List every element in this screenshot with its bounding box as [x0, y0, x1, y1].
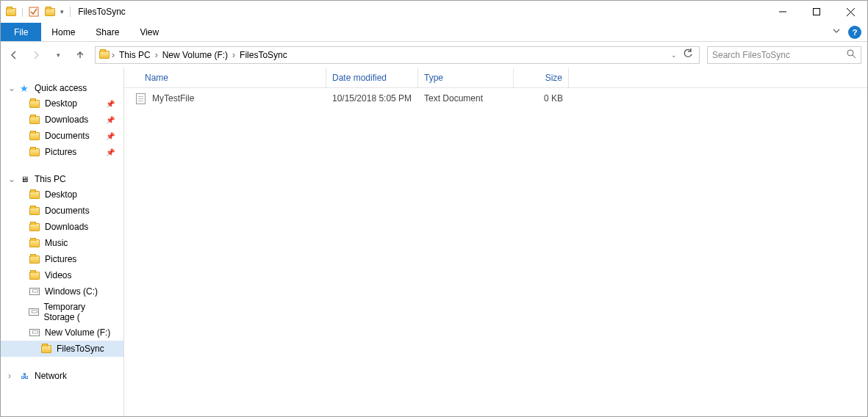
- search-input[interactable]: Search FilesToSync: [707, 46, 861, 64]
- tab-view[interactable]: View: [129, 23, 169, 41]
- navigation-pane: Quick access Desktop📌 Downloads📌 Documen…: [1, 68, 124, 416]
- file-size: 0 KB: [514, 93, 569, 104]
- maximize-button[interactable]: [800, 1, 833, 23]
- column-headers: Name Date modified Type Size: [124, 68, 867, 88]
- column-name[interactable]: Name: [124, 68, 326, 87]
- file-row[interactable]: MyTestFile 10/15/2018 5:05 PM Text Docum…: [124, 88, 867, 106]
- svg-rect-0: [29, 7, 38, 16]
- column-size[interactable]: Size: [514, 68, 569, 87]
- sidebar-item-filestosync[interactable]: FilesToSync: [1, 341, 123, 357]
- sidebar-item-documents2[interactable]: Documents: [1, 203, 123, 219]
- address-bar[interactable]: › This PC › New Volume (F:) › FilesToSyn…: [95, 46, 700, 64]
- qat-dropdown-icon[interactable]: ▾: [60, 8, 64, 15]
- chevron-right-icon[interactable]: ›: [155, 50, 158, 60]
- sidebar-quick-access[interactable]: Quick access: [1, 81, 123, 95]
- refresh-button[interactable]: [683, 48, 693, 61]
- drive-icon: [29, 306, 39, 318]
- sidebar-item-desktop2[interactable]: Desktop: [1, 186, 123, 203]
- svg-rect-2: [814, 9, 820, 15]
- window-title: FilesToSync: [70, 7, 126, 17]
- breadcrumb-seg-1[interactable]: New Volume (F:): [159, 50, 231, 60]
- forward-button: [29, 48, 43, 62]
- sidebar-item-downloads[interactable]: Downloads📌: [1, 112, 123, 128]
- close-button[interactable]: [833, 1, 867, 23]
- app-icon: [5, 6, 17, 18]
- sidebar-item-drive-temp[interactable]: Temporary Storage (: [1, 300, 123, 324]
- sidebar-item-documents[interactable]: Documents📌: [1, 128, 123, 144]
- navigation-bar: ▾ › This PC › New Volume (F:) › FilesToS…: [1, 42, 867, 68]
- text-file-icon: [134, 93, 146, 104]
- pin-icon: 📌: [106, 132, 115, 140]
- up-button[interactable]: [73, 48, 87, 62]
- qat-newfolder-icon[interactable]: [44, 6, 56, 18]
- qat-properties-icon[interactable]: [28, 6, 40, 18]
- network-icon: [18, 370, 30, 382]
- help-button[interactable]: ?: [848, 26, 861, 39]
- recent-locations-button[interactable]: ▾: [51, 48, 65, 62]
- pin-icon: 📌: [106, 116, 115, 124]
- file-name: MyTestFile: [152, 93, 194, 104]
- breadcrumb-seg-0[interactable]: This PC: [116, 50, 154, 60]
- column-date[interactable]: Date modified: [326, 68, 418, 87]
- sidebar-item-videos[interactable]: Videos: [1, 267, 123, 283]
- tab-file[interactable]: File: [1, 23, 41, 41]
- pin-icon: 📌: [106, 100, 115, 108]
- search-placeholder: Search FilesToSync: [712, 50, 847, 60]
- back-button[interactable]: [7, 48, 21, 62]
- file-type: Text Document: [418, 93, 514, 104]
- address-folder-icon: [98, 49, 110, 61]
- qat-separator: |: [21, 7, 24, 17]
- sidebar-item-pictures[interactable]: Pictures📌: [1, 144, 123, 160]
- svg-point-5: [847, 50, 853, 56]
- tab-share[interactable]: Share: [85, 23, 129, 41]
- chevron-right-icon[interactable]: ›: [232, 50, 235, 60]
- sidebar-item-music[interactable]: Music: [1, 235, 123, 251]
- drive-icon: [29, 327, 40, 338]
- sidebar-this-pc[interactable]: This PC: [1, 172, 123, 186]
- sidebar-item-drive-f[interactable]: New Volume (F:): [1, 324, 123, 341]
- minimize-button[interactable]: [766, 1, 800, 23]
- sidebar-network[interactable]: Network: [1, 369, 123, 383]
- chevron-right-icon[interactable]: ›: [112, 50, 115, 60]
- title-bar: | ▾ FilesToSync: [1, 1, 867, 23]
- tab-home[interactable]: Home: [41, 23, 85, 41]
- sidebar-item-downloads2[interactable]: Downloads: [1, 219, 123, 235]
- breadcrumb-seg-2[interactable]: FilesToSync: [237, 50, 290, 60]
- sidebar-item-pictures2[interactable]: Pictures: [1, 251, 123, 267]
- file-list: Name Date modified Type Size MyTestFile …: [124, 68, 867, 416]
- drive-icon: [29, 286, 40, 297]
- pc-icon: [18, 173, 30, 185]
- sidebar-item-drive-c[interactable]: Windows (C:): [1, 283, 123, 300]
- search-icon[interactable]: [847, 49, 856, 61]
- sidebar-item-desktop[interactable]: Desktop📌: [1, 95, 123, 112]
- svg-line-6: [853, 55, 856, 58]
- star-icon: [18, 82, 30, 94]
- pin-icon: 📌: [106, 148, 115, 156]
- column-type[interactable]: Type: [418, 68, 514, 87]
- address-dropdown-icon[interactable]: ⌄: [671, 51, 677, 59]
- ribbon-expand-icon[interactable]: [825, 26, 848, 37]
- file-date: 10/15/2018 5:05 PM: [326, 93, 418, 104]
- ribbon-tabs: File Home Share View ?: [1, 23, 867, 42]
